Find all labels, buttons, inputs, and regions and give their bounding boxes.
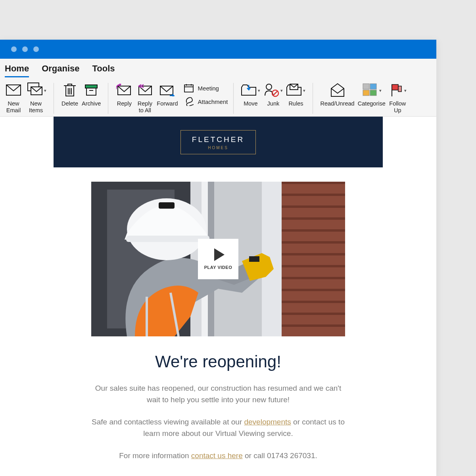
- traffic-light-min[interactable]: [22, 46, 28, 52]
- brand-name: FLETCHER: [192, 135, 244, 144]
- paperclip-icon: [184, 97, 194, 106]
- svg-rect-27: [278, 217, 345, 220]
- categorise-button[interactable]: ▾ Categorise: [356, 81, 387, 107]
- follow-up-button[interactable]: ▾ FollowUp: [387, 81, 408, 113]
- read-unread-label: Read/Unread: [320, 100, 354, 107]
- chevron-down-icon: ▾: [280, 88, 283, 93]
- forward-button[interactable]: Forward: [155, 81, 179, 107]
- play-icon: [214, 248, 225, 261]
- svg-line-15: [273, 91, 278, 96]
- open-envelope-icon: [330, 81, 345, 99]
- ribbon-group-respond: Reply Replyto All Forward Meet: [114, 81, 228, 113]
- chevron-down-icon: ▾: [379, 88, 382, 93]
- chevron-down-icon: ▾: [44, 88, 46, 93]
- move-folder-icon: ▾: [241, 81, 260, 99]
- play-video-button[interactable]: PLAY VIDEO: [198, 239, 238, 279]
- message-body: FLETCHER HOMES: [0, 117, 436, 476]
- svg-rect-9: [184, 85, 193, 92]
- traffic-light-close[interactable]: [11, 46, 17, 52]
- delete-button[interactable]: Delete: [60, 81, 80, 107]
- junk-label: Junk: [267, 100, 280, 107]
- meeting-button[interactable]: Meeting: [184, 84, 228, 92]
- ribbon-group-tags: Read/Unread ▾ Categorise ▾: [319, 81, 408, 113]
- rules-button[interactable]: ▾ Rules: [284, 81, 307, 107]
- calendar-icon: [184, 84, 194, 92]
- svg-rect-4: [86, 88, 96, 95]
- brand-subname: HOMES: [192, 146, 244, 150]
- forward-label: Forward: [157, 100, 178, 107]
- categorise-label: Categorise: [358, 100, 386, 107]
- chevron-down-icon: ▾: [404, 88, 407, 93]
- junk-icon: ▾: [263, 81, 283, 99]
- svg-rect-26: [278, 205, 345, 208]
- new-items-icon: ▾: [25, 81, 46, 99]
- junk-button[interactable]: ▾ Junk: [262, 81, 284, 107]
- attachment-button[interactable]: Attachment: [184, 97, 228, 106]
- titlebar: [0, 40, 436, 59]
- svg-point-13: [266, 84, 272, 90]
- para3-post: or call 01743 267031.: [243, 451, 317, 460]
- brand-logo: FLETCHER HOMES: [180, 130, 256, 154]
- tab-home[interactable]: Home: [5, 63, 29, 77]
- svg-rect-47: [126, 236, 209, 242]
- app-window: Home Organise Tools NewEmail ▾: [0, 40, 436, 476]
- new-email-button[interactable]: NewEmail: [3, 81, 24, 113]
- svg-rect-19: [363, 90, 369, 96]
- reply-all-button[interactable]: Replyto All: [134, 81, 155, 113]
- reply-label: Reply: [117, 100, 132, 107]
- svg-rect-30: [278, 253, 345, 255]
- svg-rect-18: [370, 84, 376, 89]
- rules-label: Rules: [288, 100, 303, 107]
- developments-link[interactable]: developments: [244, 418, 291, 426]
- contact-us-link[interactable]: contact us here: [191, 451, 243, 460]
- archive-button[interactable]: Archive: [80, 81, 102, 107]
- divider: [108, 83, 108, 114]
- email-paragraph-3: For more information contact us here or …: [91, 450, 345, 461]
- svg-rect-33: [278, 289, 345, 291]
- reply-button[interactable]: Reply: [114, 81, 134, 107]
- read-unread-button[interactable]: Read/Unread: [319, 81, 356, 107]
- traffic-light-max[interactable]: [33, 46, 39, 52]
- reply-icon: [116, 81, 132, 99]
- chevron-down-icon: ▾: [303, 88, 305, 93]
- play-video-label: PLAY VIDEO: [204, 265, 232, 270]
- reply-all-icon: [136, 81, 153, 99]
- divider: [313, 83, 313, 114]
- respond-stack: Meeting Attachment: [184, 84, 228, 106]
- forward-icon: [159, 81, 175, 99]
- move-label: Move: [244, 100, 257, 107]
- move-button[interactable]: ▾ Move: [239, 81, 262, 107]
- hero-image: PLAY VIDEO: [91, 182, 345, 336]
- svg-rect-35: [278, 313, 345, 315]
- svg-rect-29: [278, 241, 345, 244]
- svg-rect-25: [278, 194, 345, 196]
- email-paragraph-1: Our sales suite has reopened, our constr…: [91, 382, 345, 406]
- svg-rect-28: [278, 229, 345, 232]
- trash-icon: [63, 81, 77, 99]
- tab-tools[interactable]: Tools: [92, 63, 115, 77]
- svg-rect-36: [278, 324, 345, 327]
- envelope-icon: [6, 81, 21, 99]
- archive-icon: [84, 81, 98, 99]
- meeting-label: Meeting: [198, 85, 219, 92]
- svg-rect-34: [278, 301, 345, 303]
- svg-rect-3: [85, 85, 97, 88]
- svg-rect-20: [370, 90, 376, 96]
- archive-label: Archive: [82, 100, 101, 107]
- reply-all-label: Replyto All: [138, 100, 152, 113]
- divider: [54, 83, 54, 114]
- ribbon-group-delete: Delete Archive: [60, 81, 102, 107]
- new-items-button[interactable]: ▾ NewItems: [24, 81, 48, 113]
- svg-rect-17: [363, 84, 369, 89]
- tab-organise[interactable]: Organise: [42, 63, 79, 77]
- brand-header: FLETCHER HOMES: [54, 117, 383, 167]
- svg-rect-32: [278, 277, 345, 279]
- ribbon-group-new: NewEmail ▾ NewItems: [3, 81, 48, 113]
- para2-pre: Safe and contactless viewing available a…: [92, 418, 244, 426]
- email-paragraph-2: Safe and contactless viewing available a…: [91, 416, 345, 440]
- categories-icon: ▾: [361, 81, 382, 99]
- svg-rect-45: [249, 256, 259, 262]
- ribbon: NewEmail ▾ NewItems: [0, 77, 436, 117]
- chevron-down-icon: ▾: [258, 88, 260, 93]
- svg-rect-31: [278, 265, 345, 267]
